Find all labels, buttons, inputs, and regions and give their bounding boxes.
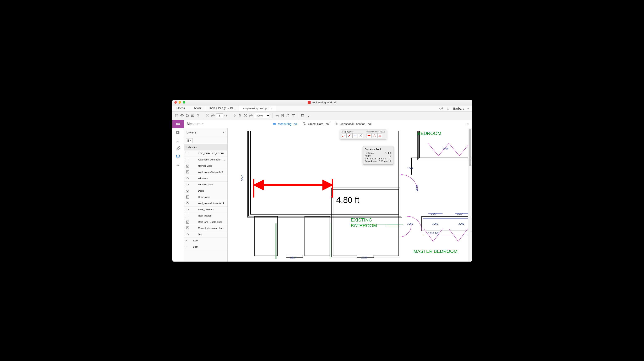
expand-icon[interactable] (186, 246, 187, 248)
layer-group-collapsed[interactable]: back (184, 244, 228, 250)
layer-group-floorplan[interactable]: floorplan (184, 144, 228, 150)
svg-text:2028: 2028 (361, 256, 367, 259)
expand-icon[interactable] (185, 147, 187, 148)
measure-title[interactable]: Measure ▼ (184, 122, 207, 126)
layer-row[interactable]: Normal_walls (184, 163, 228, 169)
snap-perpendicular-button[interactable] (358, 133, 363, 138)
layer-visibility-toggle[interactable] (186, 233, 189, 236)
zoom-in-icon[interactable] (249, 114, 253, 118)
close-measure-bar-button[interactable]: × (466, 122, 469, 126)
body: Layers × floorplan CAD_DEFAULT_LAYERAuto… (172, 128, 472, 262)
measure-toolbar: Measure ▼ Measuring Tool Object Data Too… (172, 120, 472, 128)
page-down-icon[interactable] (211, 114, 215, 118)
vertical-scrollbar[interactable] (468, 128, 472, 262)
signatures-icon[interactable] (176, 162, 180, 166)
layer-row[interactable]: Doors (184, 188, 228, 194)
print-icon[interactable] (185, 114, 190, 118)
layers-panel-header: Layers × (184, 128, 228, 137)
layer-row[interactable]: Wall_layers-Interior-6-L4 (184, 200, 228, 207)
layer-visibility-toggle[interactable] (186, 152, 189, 155)
layer-row[interactable]: Manual_dimension_lines (184, 225, 228, 231)
page-number-input[interactable] (216, 113, 223, 118)
zoom-out-icon[interactable] (244, 114, 248, 118)
layer-visibility-toggle[interactable] (186, 164, 189, 168)
thumbnails-icon[interactable] (176, 130, 180, 134)
object-data-tool-button[interactable]: Object Data Tool (302, 122, 329, 126)
search-icon[interactable] (196, 114, 200, 118)
layers-icon[interactable] (176, 154, 180, 158)
distance-measure-button[interactable] (366, 133, 372, 138)
select-tool-icon[interactable] (232, 114, 237, 118)
layer-visibility-toggle[interactable] (186, 189, 189, 192)
layer-row[interactable]: Window_sizes (184, 182, 228, 188)
snap-endpoint-button[interactable] (342, 133, 346, 138)
maximize-window-button[interactable] (183, 101, 185, 104)
user-menu-chevron-icon[interactable]: ▾ (467, 106, 469, 110)
layer-row[interactable]: Roof_planes (184, 213, 228, 219)
fit-width-icon[interactable] (275, 114, 279, 118)
area-measure-button[interactable] (377, 133, 382, 138)
cloud-icon[interactable] (180, 114, 184, 118)
layer-visibility-toggle[interactable] (186, 214, 189, 217)
perimeter-measure-button[interactable] (372, 133, 377, 138)
read-mode-icon[interactable] (291, 114, 295, 118)
tools-tab[interactable]: Tools (190, 105, 206, 111)
layer-visibility-toggle[interactable] (186, 158, 189, 161)
svg-text:4'-0": 4'-0" (431, 213, 436, 216)
save-icon[interactable] (174, 114, 178, 118)
mail-icon[interactable] (191, 114, 195, 118)
layer-row[interactable]: Automatic_Dimension_Lin (184, 157, 228, 163)
layer-visibility-toggle[interactable] (186, 195, 189, 199)
attachments-icon[interactable] (176, 146, 180, 150)
zoom-select[interactable]: 300% (254, 113, 270, 118)
fit-page-icon[interactable] (280, 114, 284, 118)
fullscreen-icon[interactable] (286, 114, 290, 118)
expand-icon[interactable] (186, 240, 187, 241)
help-icon[interactable]: ? (439, 106, 443, 110)
close-layers-panel-button[interactable]: × (223, 130, 225, 135)
layer-row[interactable]: Text (184, 231, 228, 238)
page-up-icon[interactable] (206, 114, 210, 118)
layer-visibility-toggle[interactable] (186, 183, 189, 186)
layer-row[interactable]: Base_cabinets (184, 207, 228, 213)
user-name[interactable]: Barbara (453, 107, 464, 110)
file-tab-0[interactable]: FCBJ 25.4 (1) - El... (206, 105, 239, 111)
close-window-button[interactable] (174, 101, 177, 104)
layer-visibility-toggle[interactable] (186, 220, 189, 224)
svg-rect-25 (305, 216, 330, 256)
layer-row[interactable]: Door_sizes (184, 194, 228, 200)
layer-visibility-toggle[interactable] (186, 227, 189, 230)
layer-row[interactable]: Windows (184, 175, 228, 182)
hand-tool-icon[interactable] (238, 114, 242, 118)
layer-group-collapsed[interactable]: side (184, 238, 228, 244)
svg-rect-56 (349, 135, 350, 136)
sign-icon[interactable] (306, 114, 310, 118)
home-tab[interactable]: Home (172, 105, 190, 111)
layers-options-button[interactable] (186, 138, 193, 143)
layer-visibility-toggle[interactable] (186, 208, 189, 211)
snap-midpoint-button[interactable] (347, 133, 352, 138)
layer-visibility-toggle[interactable] (186, 202, 189, 205)
geospatial-tool-button[interactable]: Geospatial Location Tool (334, 122, 372, 126)
file-tab-1[interactable]: engineering_end.pdf× (239, 105, 276, 111)
layer-name: Windows (198, 177, 208, 180)
close-tab-icon[interactable]: × (271, 107, 273, 110)
measuring-tool-button[interactable]: Measuring Tool (272, 122, 298, 126)
svg-rect-20 (177, 132, 179, 134)
scrollbar-thumb[interactable] (469, 129, 471, 166)
minimize-window-button[interactable] (178, 101, 181, 104)
layer-visibility-toggle[interactable] (186, 177, 189, 180)
svg-rect-23 (188, 141, 189, 142)
layer-row[interactable]: Wall_layers-Siding-6-L1 (184, 169, 228, 175)
snap-types-toolbar[interactable]: Snap Types Measurement Types (340, 130, 387, 139)
layer-row[interactable]: CAD_DEFAULT_LAYER (184, 150, 228, 157)
comment-icon[interactable] (300, 114, 305, 118)
bookmarks-icon[interactable] (176, 138, 180, 142)
document-canvas[interactable]: 4.80 ft BEDROOM EXISTING BATHROOM MASTER… (228, 128, 472, 262)
svg-rect-24 (254, 216, 278, 256)
layer-visibility-toggle[interactable] (186, 170, 189, 174)
notifications-icon[interactable] (446, 106, 450, 110)
layer-row[interactable]: Roof_and_Gable_lines (184, 219, 228, 225)
snap-intersection-button[interactable] (352, 133, 358, 138)
layer-name: Wall_layers-Interior-6-L4 (198, 202, 224, 204)
